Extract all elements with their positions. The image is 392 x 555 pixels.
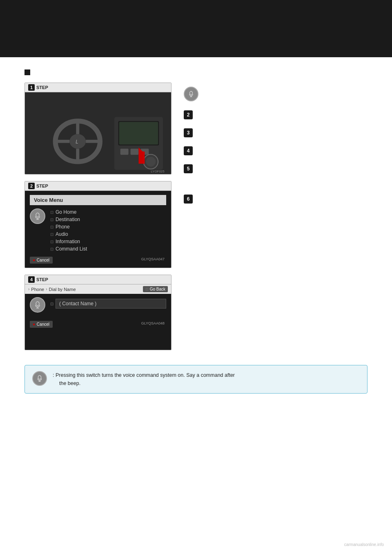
svg-text:L: L: [76, 139, 78, 145]
svg-point-28: [38, 376, 41, 379]
step4-number: 4: [28, 276, 35, 283]
right-step2-number: 2: [184, 110, 193, 119]
info-line2: the beep.: [53, 379, 235, 387]
step2-block: 2 STEP Voice Menu: [24, 181, 172, 268]
svg-point-22: [36, 302, 39, 306]
svg-point-15: [146, 157, 156, 167]
breadcrumb-dial-by-name: Dial by Name: [49, 287, 76, 292]
right-step5-number: 5: [184, 164, 193, 173]
voice-menu-content: Go Home Destination Phone Audio Informat…: [30, 208, 166, 253]
step1-header: 1 STEP: [25, 83, 171, 92]
main-content: 1 STEP L: [24, 83, 368, 357]
voice-menu-screen: Voice Menu: [25, 191, 171, 268]
menu-item-go-home[interactable]: Go Home: [50, 208, 166, 216]
dial-content: ⊡ ( Contact Name ): [25, 294, 171, 317]
voice-icon: [30, 208, 45, 224]
voice-menu-title: Voice Menu: [30, 195, 166, 205]
breadcrumb-phone: Phone: [31, 287, 44, 292]
contact-icon: ⊡: [50, 302, 53, 306]
right-step3-number: 3: [184, 128, 193, 137]
spacer: [184, 182, 368, 195]
step2-label: STEP: [36, 184, 48, 188]
right-step2: 2: [184, 110, 368, 119]
right-step4: 4: [184, 146, 368, 155]
section-square-icon: [24, 69, 30, 75]
step1-block: 1 STEP L: [24, 83, 172, 175]
step2-image-code: GLYQSAA047: [140, 256, 166, 262]
section-label: [24, 69, 368, 75]
car-interior-image: L: [25, 92, 171, 174]
step1-number: 1: [28, 84, 35, 91]
page: 1 STEP L: [0, 0, 392, 555]
step4-header: 4 STEP: [25, 275, 171, 284]
step2-header: 2 STEP: [25, 181, 171, 191]
dial-voice-icon-container: [30, 297, 46, 313]
info-microphone-icon: [35, 374, 44, 383]
right-step5: 5: [184, 164, 368, 173]
menu-item-destination[interactable]: Destination: [50, 216, 166, 223]
step2-cancel-button[interactable]: Cancel: [30, 257, 53, 264]
step4-block: 4 STEP › Phone › Dial by Name Go Back: [24, 275, 172, 350]
breadcrumb-arrow-icon: ›: [28, 287, 29, 291]
step4-image-code: GLYQSAA048: [140, 320, 166, 326]
dial-microphone-icon: [33, 300, 42, 310]
header-bar: [0, 0, 392, 57]
svg-rect-11: [120, 149, 129, 155]
left-column: 1 STEP L: [24, 83, 172, 357]
contact-name-area: ⊡ ( Contact Name ): [50, 297, 166, 313]
right-step6: 6: [184, 195, 368, 204]
right-step6-number: 6: [184, 195, 193, 204]
svg-point-25: [190, 91, 193, 94]
menu-item-phone[interactable]: Phone: [50, 223, 166, 231]
menu-item-command-list[interactable]: Command List: [50, 245, 166, 253]
microphone-icon: [33, 211, 42, 221]
info-box: : Pressing this switch turns the voice c…: [24, 365, 368, 394]
voice-menu-list: Go Home Destination Phone Audio Informat…: [50, 208, 166, 253]
step4-cancel-button[interactable]: Cancel: [30, 321, 53, 328]
info-line1: : Pressing this switch turns the voice c…: [53, 372, 235, 378]
step1-label: STEP: [36, 85, 48, 90]
right-step1: [184, 87, 368, 101]
menu-item-audio[interactable]: Audio: [50, 231, 166, 238]
info-text: : Pressing this switch turns the voice c…: [53, 371, 235, 387]
right-microphone-icon: [187, 90, 195, 98]
contact-name-field[interactable]: ( Contact Name ): [56, 299, 166, 309]
step4-label: STEP: [36, 277, 48, 282]
dial-by-name-screen: › Phone › Dial by Name Go Back: [25, 284, 171, 350]
svg-rect-10: [119, 122, 158, 145]
dial-voice-icon: [30, 297, 45, 313]
right-step4-number: 4: [184, 146, 193, 155]
go-back-button[interactable]: Go Back: [143, 286, 168, 292]
step4-bottom-bar: Cancel GLYQSAA048: [25, 318, 171, 330]
svg-rect-17: [138, 152, 145, 164]
svg-point-19: [36, 213, 39, 217]
svg-text:LYOF025: LYOF025: [151, 170, 165, 173]
right-step3: 3: [184, 128, 368, 137]
step2-bottom-bar: Cancel GLYQSAA047: [30, 254, 166, 264]
watermark: carmanualsonline.info: [344, 542, 384, 547]
breadcrumb-separator-icon: ›: [46, 287, 47, 291]
contact-name-row: ⊡ ( Contact Name ): [50, 297, 166, 310]
svg-rect-12: [131, 149, 139, 155]
right-column: 2 3 4 5 6: [184, 83, 368, 357]
info-voice-icon: [32, 371, 47, 386]
step2-number: 2: [28, 183, 35, 189]
voice-icon-container: [30, 208, 46, 225]
right-step1-voice-icon: [184, 87, 198, 101]
breadcrumb: › Phone › Dial by Name Go Back: [25, 284, 171, 294]
menu-item-information[interactable]: Information: [50, 238, 166, 245]
car-image-box: L: [25, 92, 171, 174]
